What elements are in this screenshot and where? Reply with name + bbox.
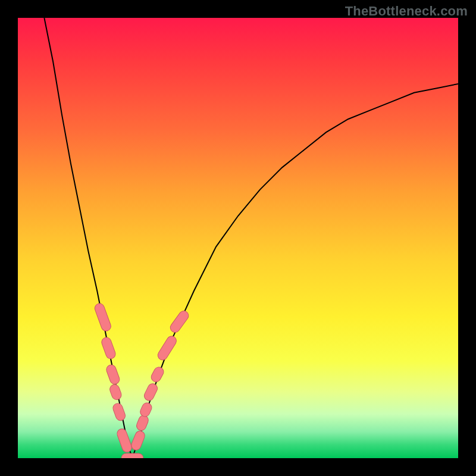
- svg-rect-6: [121, 453, 143, 458]
- marker-capsule: [139, 402, 153, 418]
- svg-rect-4: [112, 402, 127, 422]
- marker-capsule: [101, 336, 117, 360]
- marker-capsule: [105, 364, 121, 386]
- plot-area: [18, 18, 458, 458]
- svg-rect-10: [143, 382, 159, 402]
- svg-rect-8: [135, 414, 150, 432]
- marker-capsule: [93, 302, 112, 333]
- svg-rect-0: [93, 302, 112, 333]
- svg-rect-9: [139, 402, 153, 418]
- svg-rect-3: [108, 383, 123, 401]
- marker-capsule: [143, 382, 159, 402]
- marker-capsule: [149, 365, 165, 383]
- marker-capsule: [130, 430, 146, 452]
- svg-rect-12: [156, 334, 178, 362]
- svg-rect-1: [101, 336, 117, 360]
- marker-capsule: [116, 428, 133, 454]
- chart-svg: [18, 18, 458, 458]
- svg-rect-11: [149, 365, 165, 383]
- marker-capsule: [156, 334, 178, 362]
- marker-capsule: [121, 453, 143, 458]
- svg-rect-2: [105, 364, 121, 386]
- marker-capsule: [135, 414, 150, 432]
- marker-capsule: [112, 402, 127, 422]
- svg-rect-5: [116, 428, 133, 454]
- marker-capsule: [108, 383, 123, 401]
- svg-rect-7: [130, 430, 146, 452]
- curve-right-curve: [132, 84, 458, 458]
- svg-rect-13: [168, 309, 190, 334]
- watermark-label: TheBottleneck.com: [345, 4, 468, 19]
- marker-capsule: [168, 309, 190, 334]
